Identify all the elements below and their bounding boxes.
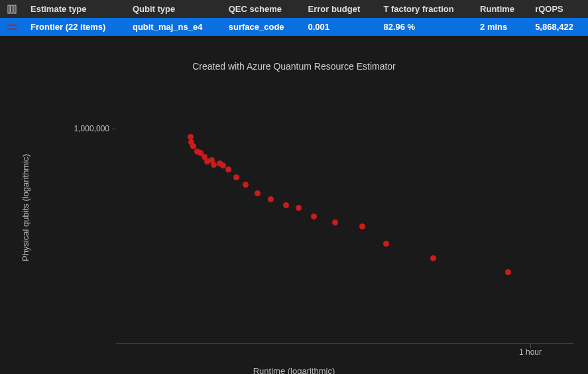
x-axis-line [116,343,573,344]
data-point[interactable] [211,162,217,168]
col-qubit-type[interactable]: Qubit type [126,0,222,18]
data-point[interactable] [255,190,261,196]
x-axis-label: Runtime (logarithmic) [0,366,588,374]
svg-rect-2 [14,5,16,13]
data-point[interactable] [430,255,436,261]
table-header-row: Estimate type Qubit type QEC scheme Erro… [0,0,588,18]
cell-qec-scheme: surface_code [222,18,302,36]
cell-error-budget: 0.001 [302,18,377,36]
table-row[interactable]: Frontier (22 items) qubit_maj_ns_e4 surf… [0,18,588,36]
cell-rqops: 5,868,422 [528,18,588,36]
data-point[interactable] [383,241,389,247]
data-point[interactable] [190,143,196,149]
columns-icon [3,5,21,14]
results-table: Estimate type Qubit type QEC scheme Erro… [0,0,588,36]
data-point[interactable] [296,205,302,211]
data-point[interactable] [283,202,289,208]
svg-rect-0 [8,5,10,13]
x-tick: 1 hour [519,347,542,357]
col-runtime[interactable]: Runtime [473,0,528,18]
data-point[interactable] [332,219,338,225]
y-tick: 1,000,000 [74,124,109,133]
chart-title: Created with Azure Quantum Resource Esti… [0,61,588,72]
data-point[interactable] [220,162,226,168]
svg-rect-1 [11,5,13,13]
data-point[interactable] [311,214,317,219]
cell-estimate-type: Frontier (22 items) [24,18,126,36]
data-point[interactable] [359,223,365,229]
grid-icon-header[interactable] [0,0,24,18]
cell-qubit-type: qubit_maj_ns_e4 [126,18,222,36]
data-point[interactable] [268,196,274,202]
col-t-factory-fraction[interactable]: T factory fraction [377,0,473,18]
y-axis-label: Physical qubits (logarithmic) [21,154,30,261]
col-error-budget[interactable]: Error budget [302,0,377,18]
legend-icon [3,24,21,31]
data-point[interactable] [505,269,511,275]
data-point[interactable] [233,174,239,180]
col-rqops[interactable]: rQOPS [528,0,588,18]
col-qec-scheme[interactable]: QEC scheme [222,0,302,18]
data-point[interactable] [243,182,249,188]
cell-runtime: 2 mins [473,18,528,36]
cell-t-factory-fraction: 82.96 % [377,18,473,36]
chart-area: Created with Azure Quantum Resource Esti… [0,36,588,374]
data-point[interactable] [225,166,231,172]
scatter-plot[interactable]: 1,000,0001 hour [116,79,573,344]
col-estimate-type[interactable]: Estimate type [24,0,126,18]
